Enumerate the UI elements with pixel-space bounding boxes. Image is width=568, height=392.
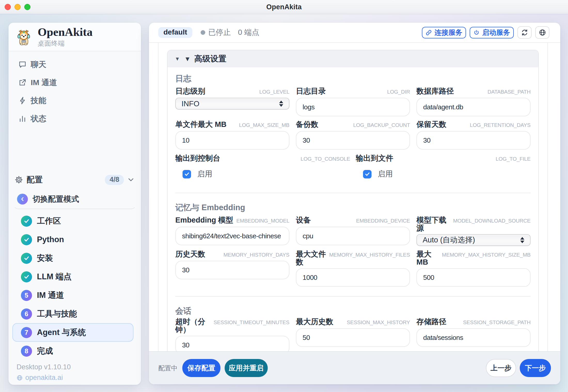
power-icon [473,29,480,36]
main-footer: 配置中 保存配置 应用并重启 上一步 下一步 [149,351,560,384]
endpoint-count: 0 端点 [238,27,259,38]
memory-max-files-input[interactable] [296,268,410,287]
status-dot-icon [201,30,205,35]
field-session-storage-path: 存储路径 SESSION_STORAGE_PATH [416,318,531,347]
sidebar-item-im-channels[interactable]: IM 通道 [9,74,141,92]
next-step-button[interactable]: 下一步 [520,359,551,377]
embedding-device-input[interactable] [296,227,410,245]
field-label: 模型下载源 [416,216,452,232]
bolt-icon [18,96,27,105]
step-llm-endpoints[interactable]: LLM 端点 [12,267,133,286]
profile-chip[interactable]: default [158,27,192,38]
database-path-input[interactable] [416,98,531,116]
sidebar-config-area: 配置 4/8 切换配置模式 工作区 [9,128,141,385]
start-service-button[interactable]: 启动服务 [470,27,514,38]
memory-max-size-input[interactable] [416,268,531,287]
field-env-name: SESSION_MAX_HISTORY [347,318,410,326]
app-name: OpenAkita [38,26,93,38]
prev-step-button[interactable]: 上一步 [486,359,516,377]
session-storage-path-input[interactable] [416,328,531,347]
sidebar-nav: 聊天 IM 通道 技能 状态 [9,51,141,128]
step-number: 8 [21,346,32,357]
section-heading: 日志 [175,74,531,83]
log-level-select[interactable]: INFO [175,98,289,110]
field-env-name: MEMORY_MAX_HISTORY_FILES [329,251,410,259]
zoom-window-button[interactable] [24,4,30,10]
caret-down-icon: ▼ [184,55,191,63]
switch-config-mode-button[interactable]: 切换配置模式 [13,190,137,209]
field-label: 历史天数 [175,250,205,258]
session-max-history-input[interactable] [296,328,410,347]
step-label: Python [37,235,64,244]
step-finish[interactable]: 8 完成 [12,342,133,360]
start-service-label: 启动服务 [482,28,510,37]
chevron-down-icon[interactable] [128,176,134,183]
header-actions: 连接服务 启动服务 [422,26,549,39]
step-im-channels[interactable]: 5 IM 通道 [12,286,133,305]
link-icon [425,29,432,36]
field-log-max-size: 单文件最大 MB LOG_MAX_SIZE_MB [175,120,289,150]
apply-restart-button[interactable]: 应用并重启 [225,359,268,377]
check-icon [21,216,32,227]
step-python[interactable]: Python [12,230,133,249]
field-label: 单文件最大 MB [175,120,226,128]
field-memory-max-size: 最大 MB MEMORY_MAX_HISTORY_SIZE_MB [416,250,531,287]
field-env-name: EMBEDDING_MODEL [236,217,289,225]
step-tools-skills[interactable]: 6 工具与技能 [12,305,133,323]
field-label: 备份数 [296,120,318,128]
log-retention-days-input[interactable] [416,131,531,150]
log-max-size-input[interactable] [175,131,289,150]
step-agent-system[interactable]: 7 Agent 与系统 [12,323,133,342]
language-globe-button[interactable] [535,26,549,39]
settings-scroll-area[interactable]: ▼ ▼ 高级设置 日志 日志级别 LOG_LEVEL [158,43,548,351]
field-env-name: LOG_RETENTION_DAYS [470,121,531,129]
field-env-name: EMBEDDING_DEVICE [356,217,410,225]
check-icon [365,171,370,177]
field-label: 输出到控制台 [175,154,220,162]
sidebar-item-label: 技能 [31,95,46,106]
session-timeout-input[interactable] [175,336,289,351]
sidebar-item-label: 状态 [31,113,46,124]
memory-history-days-input[interactable] [175,261,289,279]
select-arrows-icon [279,101,283,107]
connect-service-button[interactable]: 连接服务 [422,27,466,38]
step-number: 5 [21,290,32,301]
log-to-file-checkbox[interactable] [363,170,372,178]
field-label: Embedding 模型 [175,216,233,224]
minimize-window-button[interactable] [14,4,21,10]
model-download-source-select[interactable]: Auto (自动选择) [416,234,531,246]
advanced-settings-header[interactable]: ▼ ▼ 高级设置 [168,50,538,67]
log-to-console-checkbox[interactable] [183,170,191,178]
step-label: IM 通道 [37,290,64,301]
refresh-button[interactable] [517,26,532,39]
field-env-name: LOG_DIR [387,88,410,96]
website-link[interactable]: openakita.ai [17,374,133,382]
service-status: 已停止 [208,27,231,38]
save-config-button[interactable]: 保存配置 [182,359,220,377]
close-window-button[interactable] [5,4,11,10]
step-number: 7 [21,327,32,338]
field-label: 最大历史数 [296,318,333,326]
embedding-model-input[interactable] [175,227,289,245]
advanced-settings-title: 高级设置 [194,53,226,64]
gear-icon [15,176,23,184]
sidebar-item-chat[interactable]: 聊天 [9,55,141,74]
sidebar-item-skills[interactable]: 技能 [9,92,141,110]
step-label: LLM 端点 [37,271,72,282]
config-section-header[interactable]: 配置 4/8 [9,173,141,187]
chevron-left-icon [17,194,28,205]
sidebar-item-status[interactable]: 状态 [9,110,141,128]
field-label: 日志级别 [175,87,205,95]
globe-icon [17,375,23,381]
field-env-name: SESSION_STORAGE_PATH [463,318,531,326]
step-workspace[interactable]: 工作区 [12,212,133,230]
field-env-name: SESSION_TIMEOUT_MINUTES [214,318,289,326]
field-label: 设备 [296,216,311,224]
field-label: 最大 MB [416,250,440,266]
field-model-download-source: 模型下载源 MODEL_DOWNLOAD_SOURCE Auto (自动选择) [416,216,531,246]
log-dir-input[interactable] [296,98,410,116]
step-install[interactable]: 安装 [12,249,133,267]
log-backup-count-input[interactable] [296,131,410,150]
step-label: Agent 与系统 [37,327,86,338]
select-arrows-icon [520,237,524,243]
